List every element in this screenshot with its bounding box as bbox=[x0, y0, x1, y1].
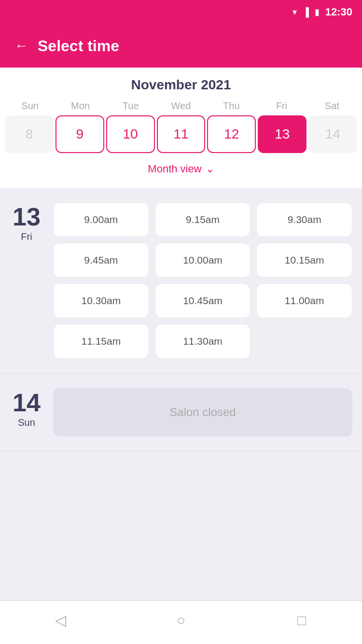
day-number-block-13: 13Fri bbox=[10, 202, 43, 359]
time-slot-900am[interactable]: 9.00am bbox=[53, 202, 149, 237]
back-button[interactable]: ← bbox=[14, 38, 28, 54]
day-number-13: 13 bbox=[13, 204, 41, 229]
cal-day-12[interactable]: 12 bbox=[207, 115, 256, 153]
day-header-sun: Sun bbox=[5, 100, 55, 112]
back-arrow-icon: ← bbox=[14, 38, 28, 54]
time-slot-915am[interactable]: 9.15am bbox=[155, 202, 251, 237]
calendar-days-row: 891011121314 bbox=[0, 115, 362, 153]
nav-recent-button[interactable]: □ bbox=[290, 608, 314, 632]
month-view-toggle[interactable]: Month view ⌄ bbox=[0, 157, 362, 183]
battery-icon: ▮ bbox=[315, 7, 320, 17]
day-name-sun: Sun bbox=[18, 417, 35, 428]
salon-closed-block: Salon closed bbox=[53, 388, 352, 436]
day-header-fri: Fri bbox=[256, 100, 306, 112]
day-section-inner-13: 13Fri9.00am9.15am9.30am9.45am10.00am10.1… bbox=[0, 202, 362, 359]
calendar-month-year: November 2021 bbox=[0, 77, 362, 93]
time-slot-1030am[interactable]: 10.30am bbox=[53, 283, 149, 318]
cal-day-9[interactable]: 9 bbox=[56, 115, 104, 153]
time-slot-1015am[interactable]: 10.15am bbox=[256, 243, 352, 278]
day-section-13: 13Fri9.00am9.15am9.30am9.45am10.00am10.1… bbox=[0, 188, 362, 374]
day-number-block-14: 14Sun bbox=[10, 388, 43, 436]
cal-day-11[interactable]: 11 bbox=[157, 115, 206, 153]
time-slot-1130am[interactable]: 11.30am bbox=[155, 324, 251, 359]
cal-day-8: 8 bbox=[5, 115, 54, 153]
status-bar: ▾ ▐ ▮ 12:30 bbox=[0, 0, 362, 24]
day-header-sat: Sat bbox=[307, 100, 357, 112]
day-section-14: 14SunSalon closed bbox=[0, 374, 362, 451]
salon-closed-text: Salon closed bbox=[169, 406, 236, 419]
status-time: 12:30 bbox=[325, 6, 352, 18]
day-number-14: 14 bbox=[13, 390, 41, 415]
signal-icon: ▐ bbox=[303, 7, 309, 17]
time-slot-1100am[interactable]: 11.00am bbox=[256, 283, 352, 318]
wifi-icon: ▾ bbox=[292, 7, 297, 17]
day-section-inner-14: 14SunSalon closed bbox=[0, 388, 362, 436]
nav-back-button[interactable]: ◁ bbox=[48, 608, 72, 632]
day-name-fri: Fri bbox=[21, 231, 32, 242]
time-slot-930am[interactable]: 9.30am bbox=[256, 202, 352, 237]
day-header-mon: Mon bbox=[55, 100, 105, 112]
calendar-section: November 2021 SunMonTueWedThuFriSat 8910… bbox=[0, 68, 362, 188]
time-slots-grid-13: 9.00am9.15am9.30am9.45am10.00am10.15am10… bbox=[53, 202, 352, 359]
time-slot-1115am[interactable]: 11.15am bbox=[53, 324, 149, 359]
page-title: Select time bbox=[38, 37, 119, 55]
chevron-down-icon: ⌄ bbox=[206, 163, 214, 175]
time-slot-1000am[interactable]: 10.00am bbox=[155, 243, 251, 278]
header: ← Select time bbox=[0, 24, 362, 68]
cal-day-13[interactable]: 13 bbox=[258, 115, 306, 153]
time-slot-1045am[interactable]: 10.45am bbox=[155, 283, 251, 318]
day-header-tue: Tue bbox=[106, 100, 156, 112]
cal-day-10[interactable]: 10 bbox=[106, 115, 155, 153]
nav-bar: ◁ ○ □ bbox=[0, 601, 362, 644]
day-header-thu: Thu bbox=[206, 100, 256, 112]
day-header-wed: Wed bbox=[156, 100, 206, 112]
month-view-label: Month view bbox=[148, 163, 201, 175]
calendar-day-headers: SunMonTueWedThuFriSat bbox=[0, 100, 362, 112]
cal-day-14: 14 bbox=[308, 115, 357, 153]
time-slot-945am[interactable]: 9.45am bbox=[53, 243, 149, 278]
nav-home-button[interactable]: ○ bbox=[169, 608, 193, 632]
time-area: 13Fri9.00am9.15am9.30am9.45am10.00am10.1… bbox=[0, 188, 362, 601]
